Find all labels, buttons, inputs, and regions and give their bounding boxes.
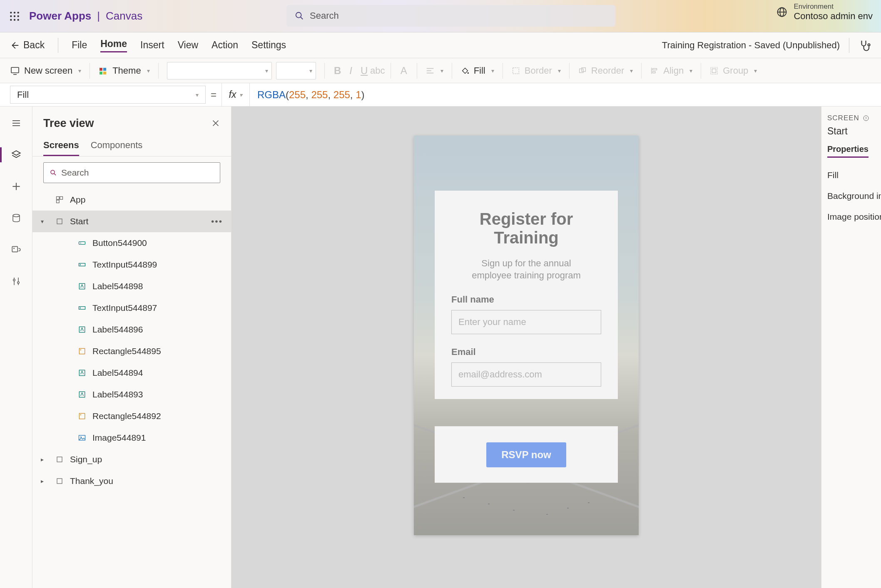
formula-input[interactable]: RGBA(255, 255, 255, 1) bbox=[250, 83, 881, 106]
svg-rect-26 bbox=[579, 69, 583, 72]
tree-row-start[interactable]: ▾ Start ••• bbox=[32, 211, 231, 232]
help-icon[interactable]: ? bbox=[863, 115, 869, 122]
chevron-down-icon: ▾ bbox=[689, 67, 692, 74]
tree-item-label: TextInput544899 bbox=[92, 260, 157, 270]
form-title: Register forTraining bbox=[451, 210, 601, 247]
italic-button[interactable]: I bbox=[346, 66, 356, 75]
chevron-down-icon: ▾ bbox=[440, 67, 443, 74]
divider bbox=[391, 63, 391, 79]
svg-point-8 bbox=[17, 19, 19, 20]
tree-row-control[interactable]: Label544894 bbox=[32, 362, 231, 384]
menu-home[interactable]: Home bbox=[100, 38, 127, 52]
svg-rect-29 bbox=[653, 68, 657, 70]
rail-advanced-tools[interactable] bbox=[5, 271, 28, 291]
more-icon[interactable]: ••• bbox=[211, 216, 223, 226]
tree-search-input[interactable]: Search bbox=[43, 162, 220, 183]
chevron-down-icon[interactable]: ▾ bbox=[41, 218, 49, 225]
layers-icon bbox=[11, 149, 22, 160]
tree-row-control[interactable]: TextInput544899 bbox=[32, 254, 231, 275]
brand-app-name[interactable]: Power Apps bbox=[29, 10, 91, 22]
tree-row-signup[interactable]: ▸ Sign_up bbox=[32, 449, 231, 470]
tree-row-control[interactable]: Button544900 bbox=[32, 232, 231, 254]
phone-frame[interactable]: Register forTraining Sign up for the ann… bbox=[414, 136, 639, 535]
group-button[interactable]: Group ▾ bbox=[709, 65, 757, 76]
svg-point-2 bbox=[17, 12, 19, 13]
app-checker-icon[interactable] bbox=[859, 39, 871, 52]
divider bbox=[58, 38, 58, 53]
new-screen-button[interactable]: New screen ▾ bbox=[10, 65, 81, 76]
global-search[interactable]: Search bbox=[286, 5, 615, 27]
tree-row-app[interactable]: App bbox=[32, 189, 231, 211]
tab-properties[interactable]: Properties bbox=[827, 144, 869, 158]
tab-components[interactable]: Components bbox=[91, 140, 143, 156]
tree-row-thankyou[interactable]: ▸ Thank_you bbox=[32, 470, 231, 492]
align-icon bbox=[650, 66, 659, 75]
theme-button[interactable]: Theme ▾ bbox=[98, 65, 149, 76]
form-subtitle: Sign up for the annualemployee training … bbox=[451, 257, 601, 282]
label-icon bbox=[77, 369, 87, 377]
brand-app-sub[interactable]: Canvas bbox=[106, 10, 142, 22]
rail-tree-view[interactable] bbox=[5, 145, 28, 165]
divider bbox=[417, 63, 417, 79]
rail-insert[interactable] bbox=[5, 176, 28, 196]
font-size-dropdown[interactable]: ▾ bbox=[276, 62, 316, 79]
fullname-input[interactable] bbox=[451, 310, 601, 334]
tree-row-control[interactable]: TextInput544897 bbox=[32, 297, 231, 319]
strikethrough-button[interactable]: abc bbox=[373, 66, 382, 75]
property-selector[interactable]: Fill ▾ bbox=[10, 86, 206, 104]
prop-background-image[interactable]: Background image bbox=[827, 187, 881, 205]
font-family-dropdown[interactable]: ▾ bbox=[167, 62, 272, 79]
rsvp-button[interactable]: RSVP now bbox=[486, 442, 566, 467]
tree-row-control[interactable]: Label544896 bbox=[32, 319, 231, 340]
equals-label: = bbox=[206, 83, 221, 106]
menu-insert[interactable]: Insert bbox=[140, 40, 164, 51]
chevron-right-icon[interactable]: ▸ bbox=[41, 478, 49, 484]
chevron-down-icon: ▾ bbox=[754, 67, 757, 74]
tree-row-control[interactable]: Rectangle544895 bbox=[32, 340, 231, 362]
divider bbox=[324, 63, 325, 79]
menu-action[interactable]: Action bbox=[212, 40, 238, 51]
border-icon bbox=[511, 66, 520, 75]
email-input[interactable] bbox=[451, 362, 601, 387]
menubar: Back File Home Insert View Action Settin… bbox=[0, 32, 881, 58]
chevron-right-icon[interactable]: ▸ bbox=[41, 456, 49, 463]
svg-point-1 bbox=[14, 12, 15, 13]
fx-button[interactable]: fx ▾ bbox=[221, 83, 250, 106]
app-launcher-button[interactable] bbox=[0, 0, 29, 32]
close-icon[interactable] bbox=[211, 119, 220, 128]
fill-button[interactable]: Fill ▾ bbox=[460, 65, 494, 76]
main-area: Tree view Screens Components Search App … bbox=[0, 107, 881, 588]
svg-rect-27 bbox=[582, 67, 585, 71]
bold-button[interactable]: B bbox=[333, 66, 342, 75]
tree-row-control[interactable]: Label544893 bbox=[32, 384, 231, 405]
rail-data[interactable] bbox=[5, 208, 28, 228]
hamburger-icon bbox=[11, 118, 21, 128]
menu-file[interactable]: File bbox=[72, 40, 87, 51]
environment-picker[interactable]: Environment Contoso admin env bbox=[776, 2, 873, 22]
tree-row-control[interactable]: Label544898 bbox=[32, 275, 231, 297]
underline-button[interactable]: U bbox=[360, 66, 369, 75]
menu-view[interactable]: View bbox=[178, 40, 198, 51]
back-button[interactable]: Back bbox=[10, 40, 45, 51]
tab-screens[interactable]: Screens bbox=[43, 140, 79, 156]
tree-view-panel: Tree view Screens Components Search App … bbox=[32, 107, 231, 588]
label-icon bbox=[77, 282, 87, 290]
reorder-button[interactable]: Reorder ▾ bbox=[578, 65, 633, 76]
font-color-button[interactable]: A bbox=[399, 66, 408, 75]
menu-settings[interactable]: Settings bbox=[251, 40, 286, 51]
text-align-button[interactable] bbox=[426, 66, 435, 75]
brand-block: Power Apps | Canvas bbox=[29, 10, 142, 22]
tree-row-control[interactable]: Rectangle544892 bbox=[32, 405, 231, 427]
chevron-down-icon: ▾ bbox=[147, 67, 150, 74]
prop-fill[interactable]: Fill bbox=[827, 166, 881, 184]
align-button[interactable]: Align ▾ bbox=[650, 65, 692, 76]
svg-point-40 bbox=[13, 248, 15, 249]
rail-media[interactable] bbox=[5, 240, 28, 260]
svg-rect-32 bbox=[712, 69, 716, 72]
prop-image-position[interactable]: Image position bbox=[827, 208, 881, 226]
border-button[interactable]: Border ▾ bbox=[511, 65, 561, 76]
tree-row-control[interactable]: Image544891 bbox=[32, 427, 231, 449]
rail-hamburger[interactable] bbox=[5, 113, 28, 133]
button-icon bbox=[77, 239, 87, 247]
canvas-area[interactable]: Register forTraining Sign up for the ann… bbox=[231, 107, 821, 588]
